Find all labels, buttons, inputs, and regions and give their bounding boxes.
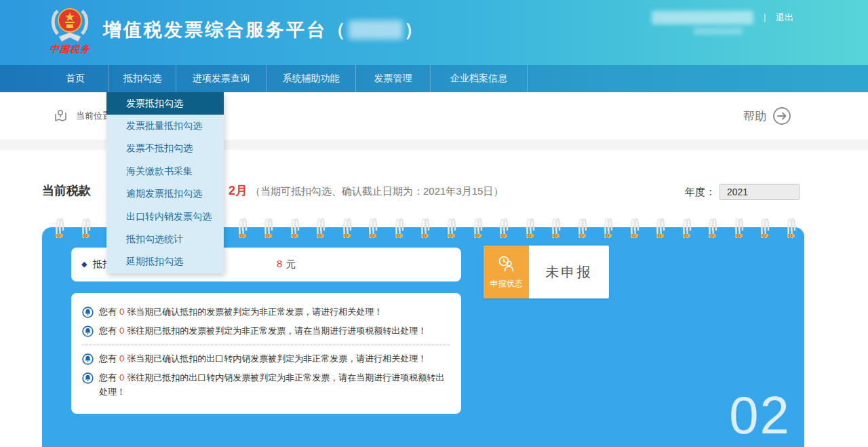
binder-ring-icon: [290, 216, 300, 240]
logout-link[interactable]: 退出: [776, 12, 793, 24]
alert-count: 0: [119, 353, 124, 364]
menu-item-deduction-statistics[interactable]: 抵扣勾选统计: [106, 228, 224, 250]
alert-text: 您有: [99, 326, 117, 336]
alerts-card: 您有0张当期已确认抵扣的发票被判定为非正常发票，请进行相关处理！ 您有0张往期已…: [71, 293, 461, 414]
nav-item-deduction-check[interactable]: 抵扣勾选: [109, 65, 176, 92]
binder-ring-icon: [342, 216, 352, 240]
menu-item-export-to-domestic-invoice-check[interactable]: 出口转内销发票勾选: [106, 206, 224, 228]
declaration-status-card: 申报状态 未申报: [484, 246, 609, 298]
nav-item-system-auxiliary[interactable]: 系统辅助功能: [267, 65, 356, 92]
alert-text: 您有: [99, 372, 117, 383]
binder-ring-icon: [446, 216, 456, 240]
tax-emblem-icon: [48, 4, 92, 45]
period-note: （当期可抵扣勾选、确认截止日期为：2021年3月15日）: [250, 185, 503, 197]
binder-ring-icon: [577, 216, 587, 240]
alert-bell-icon: [82, 307, 94, 318]
status-tag-label: 申报状态: [490, 278, 523, 290]
alert-text: 张当期已确认抵扣的出口转内销发票被判定为非正常发票，请进行相关处理！: [127, 353, 427, 364]
binder-ring-icon: [682, 216, 692, 240]
menu-item-batch-deduction-check[interactable]: 发票批量抵扣勾选: [106, 115, 224, 137]
alert-text: 张往期已抵扣的发票被判定为非正常发票，请在当期进行进项税额转出处理！: [127, 326, 427, 336]
binder-ring-icon: [629, 216, 639, 240]
period-month: 2月: [229, 184, 248, 197]
period-detail: 2月（当期可抵扣勾选、确认截止日期为：2021年3月15日）: [229, 182, 503, 199]
period-title: 当前税款: [42, 182, 91, 199]
binder-ring-icon: [237, 216, 248, 240]
redacted-org-name: [349, 20, 403, 39]
binder-ring-icon: [263, 216, 273, 240]
menu-item-customs-payment-collection[interactable]: 海关缴款书采集: [106, 160, 224, 182]
diamond-bullet-icon: ◆: [81, 260, 87, 269]
year-label: 年度：: [685, 186, 715, 199]
binder-ring-icon: [603, 216, 613, 240]
binder-ring-icon: [707, 216, 717, 240]
binder-ring-icon: [498, 216, 509, 240]
binder-ring-icon: [54, 216, 64, 240]
nav-item-home[interactable]: 首页: [42, 65, 109, 92]
binder-ring-icon: [420, 216, 430, 240]
help-arrow-icon: [772, 106, 792, 126]
status-value: 未申报: [529, 246, 609, 298]
nav-item-enterprise-archive[interactable]: 企业档案信息: [431, 65, 528, 92]
title-suffix: ）: [404, 18, 425, 42]
user-divider: ｜: [760, 12, 769, 24]
help-button[interactable]: 帮助: [743, 106, 792, 126]
binder-ring-icon: [81, 216, 91, 240]
tax-logo: 中国税务: [43, 4, 96, 56]
page-title: 增值税发票综合服务平台（ ）: [103, 18, 425, 42]
messages-divider: [82, 345, 450, 345]
binder-ring-icon: [760, 216, 770, 240]
help-label: 帮助: [743, 109, 766, 124]
alert-text: 张当期已确认抵扣的发票被判定为非正常发票，请进行相关处理！: [127, 307, 382, 317]
user-area: ｜ 退出: [652, 11, 793, 24]
alert-bell-icon: [82, 326, 94, 337]
person-clock-icon: [496, 254, 517, 275]
status-tag: 申报状态: [484, 246, 529, 298]
main-nav: 首页 抵扣勾选 进项发票查询 系统辅助功能 发票管理 企业档案信息: [0, 65, 868, 92]
binder-ring-icon: [315, 216, 326, 240]
app-header: 中国税务 增值税发票综合服务平台（ ） ｜ 退出: [0, 0, 868, 65]
menu-item-deferred-deduction-check[interactable]: 延期抵扣勾选: [106, 251, 224, 273]
menu-item-overdue-invoice-deduction-check[interactable]: 逾期发票抵扣勾选: [106, 183, 224, 206]
redacted-username-sub: [694, 28, 743, 35]
alert-message: 您有0张当期已确认抵扣的出口转内销发票被判定为非正常发票，请进行相关处理！: [82, 352, 450, 366]
binder-ring-icon: [525, 216, 535, 240]
alert-text: 您有: [99, 307, 117, 317]
alert-message: 您有0张往期已抵扣的出口转内销发票被判定为非正常发票，请在当期进行进项税额转出处…: [82, 371, 450, 398]
binder-ring-icon: [655, 216, 665, 240]
summary-amount: 8: [277, 258, 282, 269]
alert-text: 张往期已抵扣的出口转内销发票被判定为非正常发票，请在当期进行进项税额转出处理！: [99, 372, 444, 396]
nav-item-input-invoice-query[interactable]: 进项发票查询: [176, 65, 267, 92]
year-selector: 年度： 2021: [685, 184, 800, 200]
menu-item-non-deduction-check[interactable]: 发票不抵扣勾选: [106, 138, 224, 160]
alert-count: 0: [119, 326, 124, 336]
alert-message: 您有0张当期已确认抵扣的发票被判定为非正常发票，请进行相关处理！: [82, 305, 450, 319]
alert-bell-icon: [82, 353, 94, 365]
binder-ring-icon: [368, 216, 378, 240]
binder-ring-icon: [786, 216, 796, 240]
page-number: 02: [729, 389, 791, 442]
logo-text: 中国税务: [43, 43, 97, 56]
binder-ring-icon: [473, 216, 483, 240]
location-icon: [53, 109, 68, 123]
title-prefix: 增值税发票综合服务平台（: [103, 18, 347, 42]
binder-ring-icon: [551, 216, 561, 240]
deduction-dropdown-menu: 发票抵扣勾选 发票批量抵扣勾选 发票不抵扣勾选 海关缴款书采集 逾期发票抵扣勾选…: [106, 92, 224, 273]
menu-item-invoice-deduction-check[interactable]: 发票抵扣勾选: [106, 92, 224, 115]
alert-text: 您有: [99, 353, 117, 364]
year-input[interactable]: 2021: [719, 184, 800, 200]
alert-bell-icon: [82, 372, 94, 384]
nav-item-invoice-management[interactable]: 发票管理: [356, 65, 431, 92]
summary-unit: 元: [286, 258, 296, 271]
alert-message: 您有0张往期已抵扣的发票被判定为非正常发票，请在当期进行进项税额转出处理！: [82, 324, 450, 338]
alert-count: 0: [119, 372, 124, 383]
alert-count: 0: [119, 307, 124, 317]
vat-invoice-platform-screen: 中国税务 增值税发票综合服务平台（ ） ｜ 退出 首页 抵扣勾选 进项发票查询 …: [0, 0, 868, 447]
binder-ring-icon: [734, 216, 744, 240]
redacted-username: [652, 11, 753, 24]
binder-ring-icon: [394, 216, 404, 240]
